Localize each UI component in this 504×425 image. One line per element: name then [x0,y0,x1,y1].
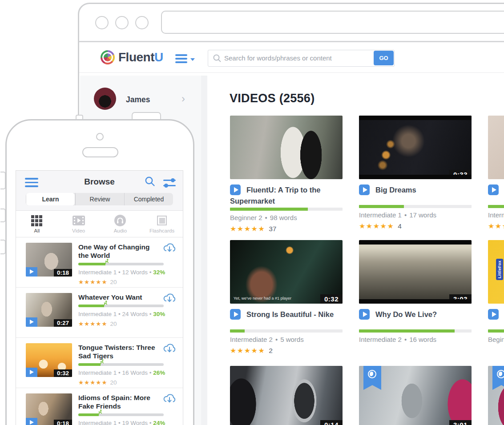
littlefox-logo: LittleFox [496,259,503,280]
download-cloud-icon[interactable] [162,292,177,306]
window-maximize-button[interactable] [135,16,149,29]
fluentu-bookmark-badge [363,366,381,390]
rating-row: ★★★ [488,222,504,230]
video-list: 0:18 One Way of Changing the World Inter… [16,237,183,425]
video-thumbnail[interactable]: 0:32 [26,343,72,377]
video-card[interactable]: FluentU: A Trip to the Supermarket Begin… [230,116,343,233]
fluentu-logo[interactable]: FluentU [101,50,163,64]
download-cloud-icon[interactable] [162,342,177,356]
level-label: Intermediate [488,211,504,219]
word-count: 98 words [270,214,297,221]
video-card[interactable]: Yet, we've never had a #1 player 0:32 St… [230,240,343,355]
video-card[interactable]: LittleFox W Beginner• [488,240,504,355]
play-icon[interactable] [359,309,370,320]
video-thumbnail[interactable]: 0:14 [230,366,343,425]
video-thumbnail[interactable]: 3:01 [359,366,472,425]
video-title[interactable]: One Way of Changing the World [78,243,157,260]
video-card[interactable]: 3:03 Why Do We Live? Intermediate 2•16 w… [359,240,472,355]
window-minimize-button[interactable] [115,16,129,29]
tab-completed[interactable]: Completed [124,193,173,205]
sidebar-gap [201,76,207,425]
go-button[interactable]: GO [374,51,394,65]
duration-badge: 0:27 [54,319,72,327]
video-title[interactable]: Tongue Twisters: Three Sad Tigers [78,343,157,360]
play-icon[interactable] [488,184,499,195]
filter-sliders-icon[interactable] [163,177,176,190]
video-card[interactable]: 0:14 • [230,366,343,425]
progress-fill [78,305,104,307]
video-title[interactable]: Idioms of Spain: More Fake Friends [78,393,157,410]
play-icon[interactable] [230,184,241,195]
star-rating: ★★★★★ [78,321,108,327]
filter-label: Video [72,228,85,233]
user-name[interactable]: James [126,95,150,104]
filter-all[interactable]: All [16,211,58,237]
tab-learn[interactable]: Learn [26,193,75,205]
play-icon[interactable] [488,309,499,320]
list-item[interactable]: 0:18 Idioms of Spain: More Fake Friends … [16,388,183,425]
list-item[interactable]: 0:27 Whatever You Want Intermediate 1 • … [16,288,183,338]
video-grid-row-3: 0:14 • 3:01 • [230,366,504,425]
download-cloud-icon[interactable] [162,242,177,256]
video-title[interactable]: FluentU: A Trip to the Supermarket [230,186,321,205]
video-meta: Intermediate• [488,211,504,219]
progress-bar [359,205,472,208]
video-card[interactable]: • [488,366,504,425]
download-cloud-icon[interactable] [162,393,177,406]
progress-percent: 30% [153,311,165,317]
globe-icon [368,370,376,378]
video-thumbnail[interactable] [488,116,504,179]
video-thumbnail[interactable]: 3:03 [359,240,472,304]
search-input[interactable] [224,50,375,66]
window-close-button[interactable] [95,16,109,29]
video-thumbnail[interactable]: LittleFox [488,240,504,304]
star-rating: ★★★ [488,222,504,230]
progress-bar [78,363,164,366]
video-meta: Intermediate 1 • 19 Words • 24% [78,420,167,425]
list-item[interactable]: 0:32 Tongue Twisters: Three Sad Tigers I… [16,338,183,388]
video-title[interactable]: Why Do We Live? [375,310,437,318]
video-title[interactable]: Strong Is Beautiful - Nike [246,310,334,318]
progress-fill [488,205,504,208]
list-item[interactable]: 0:18 One Way of Changing the World Inter… [16,237,183,288]
video-thumbnail[interactable]: 0:33 [359,116,472,179]
main-menu-button[interactable] [175,54,195,64]
video-title[interactable]: Whatever You Want [78,293,157,301]
app-search-icon[interactable] [145,176,155,188]
video-thumbnail[interactable] [488,366,504,425]
play-icon[interactable] [359,184,370,195]
filter-label: Flashcards [149,228,174,233]
video-thumbnail[interactable]: 0:18 [26,393,72,425]
filter-video[interactable]: Video [58,211,100,237]
rating-row: ★★★★★37 [230,225,343,233]
video-card[interactable]: 3 Intermediate• ★★★ [488,116,504,233]
video-thumbnail[interactable]: Yet, we've never had a #1 player 0:32 [230,240,343,304]
avatar[interactable] [94,88,116,110]
rating-row: ★★★★★4 [359,222,472,230]
video-thumbnail[interactable]: 0:27 [26,293,72,327]
video-meta: Intermediate 1•17 words [359,211,472,219]
video-thumbnail[interactable]: 0:18 [26,243,72,277]
rating-count: 20 [110,379,117,386]
page-title: VIDEOS (2556) [230,92,314,105]
duration-badge: 0:14 [320,420,343,425]
phone-camera [96,133,104,140]
video-card[interactable]: 3:01 • [359,366,472,425]
chevron-right-icon[interactable]: › [181,92,185,105]
address-bar[interactable] [161,11,504,34]
video-meta: Intermediate 1 • 12 Words • 32% [78,269,167,276]
stage: FluentU GO James › VIDEOS (2556) FluentU… [0,0,504,425]
search-bar: GO [208,50,395,67]
play-icon[interactable] [230,309,241,320]
video-card[interactable]: 0:33 Big Dreams Intermediate 1•17 words … [359,116,472,233]
filter-flashcards[interactable]: Flashcards [141,211,183,237]
video-title[interactable]: Big Dreams [375,186,416,194]
progress-bar [230,329,343,333]
rating-count: 20 [110,279,117,285]
filter-audio[interactable]: Audio [100,211,141,237]
level-label: Beginner [488,336,504,343]
star-rating: ★★★★★ [359,222,394,230]
tab-review[interactable]: Review [75,193,124,205]
app-header: Browse Learn Review Completed [16,171,183,211]
video-thumbnail[interactable] [230,116,343,179]
